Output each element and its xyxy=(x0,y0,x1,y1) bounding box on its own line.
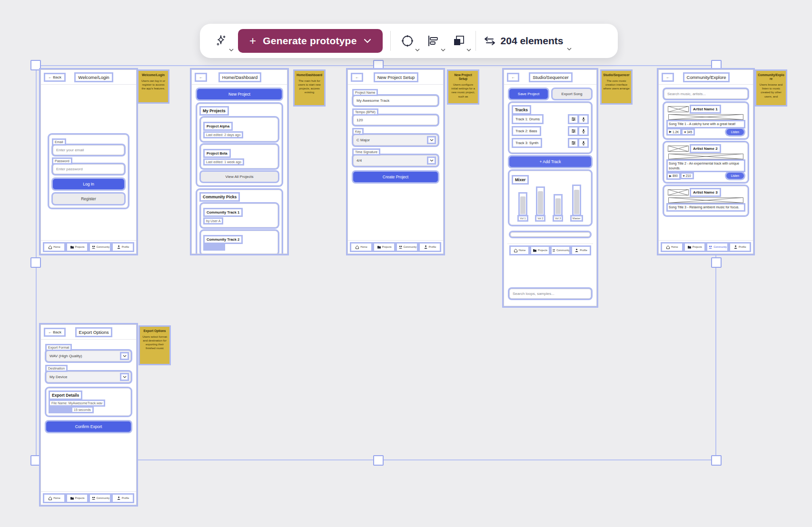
track-name: Track 1: Drums xyxy=(513,116,542,123)
view-all-projects-button[interactable]: View All Projects xyxy=(201,172,278,182)
toolbar-divider xyxy=(475,31,476,51)
ai-sparkle-button[interactable] xyxy=(212,32,230,50)
song-description: Song Title 2 - An experimental track wit… xyxy=(668,161,744,171)
export-details-panel: Export Details File Name: MyAwesomeTrack… xyxy=(46,388,131,416)
target-tool-button[interactable] xyxy=(398,32,416,50)
login-button[interactable]: Log In xyxy=(53,179,124,189)
people-icon xyxy=(398,245,403,249)
password-label: Password xyxy=(53,159,71,163)
back-button[interactable]: ← xyxy=(508,74,518,80)
key-select[interactable]: C Major xyxy=(353,135,438,146)
selection-handle-bottom-right[interactable] xyxy=(711,455,722,466)
sticky-note-studio[interactable]: Studio/Sequencer The core music creation… xyxy=(602,71,631,103)
track-settings-button[interactable] xyxy=(569,127,577,135)
song-card: Artist Name 1 Song Title 1 - A catchy tu… xyxy=(664,103,748,138)
community-track-card[interactable]: Community Track 2 xyxy=(201,231,278,254)
nav-profile[interactable]: Profile xyxy=(572,247,590,254)
volume-slider-2[interactable] xyxy=(537,188,544,215)
plays-stat: ▶890 xyxy=(668,174,679,178)
back-button[interactable]: ← Back xyxy=(45,329,64,335)
nav-profile[interactable]: Profile xyxy=(420,244,440,251)
create-project-button[interactable]: Create Project xyxy=(353,172,438,182)
sticky-note-export[interactable]: Export Options Users select format and d… xyxy=(140,327,169,364)
selection-handle-bottom-center[interactable] xyxy=(373,455,384,466)
track-settings-button[interactable] xyxy=(569,139,577,146)
nav-community-active[interactable]: Community xyxy=(707,244,727,251)
master-slider[interactable] xyxy=(574,186,580,215)
confirm-export-button[interactable]: Confirm Export xyxy=(46,421,131,432)
screen-export-options: ← Back Export Options Export Format WAV … xyxy=(40,324,137,505)
sticky-note-community[interactable]: Community/Explore Users browse and liste… xyxy=(756,71,786,105)
nav-home[interactable]: Home xyxy=(511,247,528,254)
nav-community[interactable]: Community xyxy=(552,247,569,254)
back-button[interactable]: ← xyxy=(663,74,673,80)
track-author-covered xyxy=(205,245,224,249)
sticky-note-new-project[interactable]: New Project Setup Users configure initia… xyxy=(448,71,478,103)
track-record-button[interactable] xyxy=(579,127,587,135)
generate-prototype-button[interactable]: + Generate prototype xyxy=(238,29,383,53)
email-input[interactable] xyxy=(53,145,124,155)
new-project-button[interactable]: New Project xyxy=(197,89,282,99)
nav-profile[interactable]: Profile xyxy=(730,244,750,251)
search-loops-input[interactable] xyxy=(509,289,591,299)
export-song-button[interactable]: Export Song xyxy=(553,89,591,99)
back-button[interactable]: ← xyxy=(196,74,206,80)
generate-prototype-label: Generate prototype xyxy=(263,35,356,47)
sticky-note-dashboard[interactable]: Home/Dashboard The main hub for users to… xyxy=(295,71,324,105)
add-track-button[interactable]: + Add Track xyxy=(509,156,591,167)
align-tool-button[interactable] xyxy=(424,32,442,50)
home-icon xyxy=(514,248,518,253)
listen-button[interactable]: Listen xyxy=(726,173,744,179)
selection-handle-top-center[interactable] xyxy=(373,60,384,70)
register-button[interactable]: Register xyxy=(53,194,124,204)
track-name: Community Track 1 xyxy=(205,209,241,215)
nav-projects[interactable]: Projects xyxy=(374,244,394,251)
folder-icon xyxy=(377,245,381,249)
nav-home[interactable]: Home xyxy=(44,244,64,251)
nav-projects[interactable]: Projects xyxy=(685,244,705,251)
nav-community[interactable]: Community xyxy=(90,495,110,502)
sticky-note-welcome[interactable]: Welcome/Login Users can log in or regist… xyxy=(139,71,168,102)
nav-home[interactable]: Home xyxy=(662,244,682,251)
nav-community[interactable]: Community xyxy=(397,244,417,251)
nav-projects[interactable]: Projects xyxy=(67,244,87,251)
project-name-input[interactable] xyxy=(353,96,438,106)
community-track-card[interactable]: Community Track 1 by User A xyxy=(201,204,278,227)
screen-title: Home/Dashboard xyxy=(220,74,260,81)
track-record-button[interactable] xyxy=(579,116,587,123)
selection-handle-mid-right[interactable] xyxy=(711,257,722,268)
layers-tool-button[interactable] xyxy=(450,32,468,50)
elements-count-button[interactable]: 204 elements xyxy=(484,35,570,47)
time-signature-select[interactable]: 4/4 xyxy=(353,155,438,166)
save-project-button[interactable]: Save Project xyxy=(509,89,548,99)
destination-select[interactable]: My Device xyxy=(46,371,131,382)
nav-home[interactable]: Home xyxy=(351,244,371,251)
heart-icon: ♥ xyxy=(683,174,685,177)
selection-handle-bottom-left[interactable] xyxy=(30,455,41,466)
project-card[interactable]: Project Beta Last edited: 1 week ago xyxy=(201,145,278,168)
volume-slider-3[interactable] xyxy=(555,195,561,215)
track-record-button[interactable] xyxy=(579,139,587,146)
listen-button[interactable]: Listen xyxy=(726,129,744,135)
nav-projects[interactable]: Projects xyxy=(531,247,549,254)
nav-community[interactable]: Community xyxy=(90,244,110,251)
top-toolbar: + Generate prototype xyxy=(200,24,618,58)
selection-handle-top-left[interactable] xyxy=(30,60,41,70)
selection-handle-top-right[interactable] xyxy=(711,60,722,70)
nav-profile[interactable]: Profile xyxy=(113,244,133,251)
nav-projects[interactable]: Projects xyxy=(67,495,87,502)
nav-home[interactable]: Home xyxy=(44,495,64,502)
selection-handle-mid-left[interactable] xyxy=(30,257,41,268)
volume-slider-1[interactable] xyxy=(520,194,526,215)
password-input[interactable] xyxy=(53,164,124,174)
back-button[interactable]: ← Back xyxy=(45,74,64,80)
export-format-select[interactable]: WAV (High Quality) xyxy=(46,351,131,361)
project-card[interactable]: Project Alpha Last edited: 2 days ago xyxy=(201,117,278,141)
track-settings-button[interactable] xyxy=(569,116,577,123)
timeline-scrollbar[interactable] xyxy=(510,232,590,237)
tempo-input[interactable] xyxy=(353,115,438,125)
my-projects-heading: My Projects xyxy=(201,107,228,114)
back-button[interactable]: ← xyxy=(352,74,362,80)
search-music-input[interactable] xyxy=(664,89,748,99)
nav-profile[interactable]: Profile xyxy=(113,495,133,502)
